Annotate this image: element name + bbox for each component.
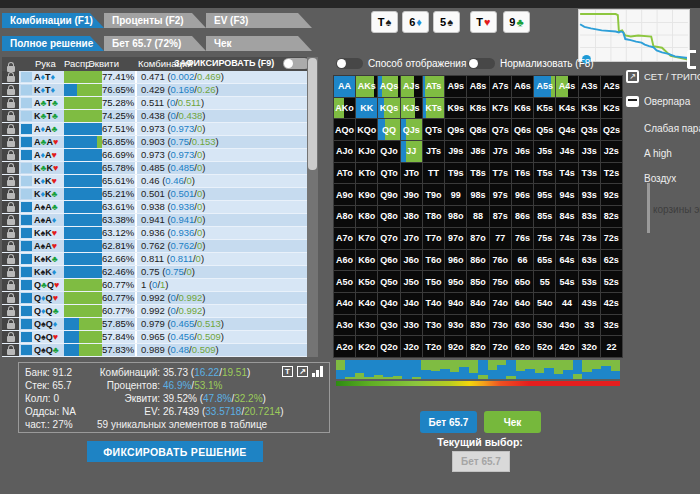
matrix-cell-JTo[interactable]: JTo — [401, 163, 422, 184]
tab-комбинации-f1-[interactable]: Комбинации (F1) — [2, 13, 104, 28]
matrix-cell-T6o[interactable]: T6o — [423, 250, 444, 271]
table-scrollbar[interactable] — [307, 57, 318, 357]
matrix-cell-84s[interactable]: 84s — [556, 206, 577, 227]
matrix-cell-64s[interactable]: 64s — [556, 250, 577, 271]
board-card-5♠[interactable]: 5♠ — [433, 11, 460, 33]
matrix-cell-75s[interactable]: 75s — [534, 228, 555, 249]
matrix-cell-A7o[interactable]: A7o — [334, 228, 355, 249]
matrix-cell-86s[interactable]: 86s — [512, 206, 533, 227]
matrix-cell-55[interactable]: 55 — [534, 271, 555, 292]
legend-item-сет-трипс[interactable]: ↗СЕТ / ТРИПС — [626, 70, 700, 83]
matrix-cell-T8o[interactable]: T8o — [423, 206, 444, 227]
table-row[interactable]: A♠A♥62.81%0.762 (0.762/0) — [2, 240, 307, 253]
matrix-cell-54o[interactable]: 54o — [534, 293, 555, 314]
matrix-cell-97s[interactable]: 97s — [490, 184, 511, 205]
matrix-cell-42s[interactable]: 42s — [601, 293, 622, 314]
matrix-cell-54s[interactable]: 54s — [556, 271, 577, 292]
matrix-cell-86o[interactable]: 86o — [467, 250, 488, 271]
matrix-cell-T5s[interactable]: T5s — [534, 163, 555, 184]
matrix-cell-T2s[interactable]: T2s — [601, 163, 622, 184]
matrix-cell-KQs[interactable]: KQs — [378, 98, 399, 119]
table-row[interactable]: K♣T♣74.25%0.438 (0/0.438) — [2, 110, 307, 123]
matrix-cell-83o[interactable]: 83o — [467, 315, 488, 336]
matrix-cell-J2s[interactable]: J2s — [601, 141, 622, 162]
matrix-cell-62o[interactable]: 62o — [512, 336, 533, 357]
matrix-cell-J6o[interactable]: J6o — [401, 250, 422, 271]
matrix-cell-AJs[interactable]: AJs — [401, 76, 422, 97]
matrix-cell-Q7o[interactable]: Q7o — [378, 228, 399, 249]
matrix-cell-99[interactable]: 99 — [445, 184, 466, 205]
matrix-cell-93o[interactable]: 93o — [445, 315, 466, 336]
tab-проценты-f2-[interactable]: Проценты (F2) — [104, 13, 206, 28]
matrix-cell-43o[interactable]: 43o — [556, 315, 577, 336]
matrix-cell-QJs[interactable]: QJs — [401, 119, 422, 140]
matrix-cell-A6o[interactable]: A6o — [334, 250, 355, 271]
board-card-T♥[interactable]: T♥ — [470, 11, 497, 33]
matrix-cell-A8s[interactable]: A8s — [467, 76, 488, 97]
matrix-cell-T6s[interactable]: T6s — [512, 163, 533, 184]
matrix-cell-65o[interactable]: 65o — [512, 271, 533, 292]
matrix-cell-A2o[interactable]: A2o — [334, 336, 355, 357]
matrix-cell-T3o[interactable]: T3o — [423, 315, 444, 336]
matrix-cell-T8s[interactable]: T8s — [467, 163, 488, 184]
table-row[interactable]: A♣A♥66.85%0.903 (0.75/0.153) — [2, 136, 307, 149]
matrix-cell-KJs[interactable]: KJs — [401, 98, 422, 119]
table-row[interactable]: Q♦Q♣60.77%0.992 (0/0.992) — [2, 305, 307, 318]
display-mode-toggle[interactable] — [336, 58, 363, 69]
matrix-cell-K6o[interactable]: K6o — [356, 250, 377, 271]
matrix-cell-KTs[interactable]: KTs — [423, 98, 444, 119]
matrix-cell-QTs[interactable]: QTs — [423, 119, 444, 140]
matrix-cell-93s[interactable]: 93s — [579, 184, 600, 205]
matrix-cell-Q5o[interactable]: Q5o — [378, 271, 399, 292]
matrix-cell-63o[interactable]: 63o — [512, 315, 533, 336]
matrix-cell-T2o[interactable]: T2o — [423, 336, 444, 357]
matrix-cell-72o[interactable]: 72o — [490, 336, 511, 357]
matrix-cell-Q2o[interactable]: Q2o — [378, 336, 399, 357]
matrix-cell-QTo[interactable]: QTo — [378, 163, 399, 184]
matrix-cell-TT[interactable]: TT — [423, 163, 444, 184]
table-row[interactable]: A♦A♥66.69%0.973 (0.973/0) — [2, 149, 307, 162]
matrix-cell-K8o[interactable]: K8o — [356, 206, 377, 227]
matrix-cell-85s[interactable]: 85s — [534, 206, 555, 227]
matrix-cell-Q5s[interactable]: Q5s — [534, 119, 555, 140]
matrix-cell-QJo[interactable]: QJo — [378, 141, 399, 162]
matrix-cell-A3o[interactable]: A3o — [334, 315, 355, 336]
matrix-cell-ATs[interactable]: ATs — [423, 76, 444, 97]
legend-scrollbar[interactable] — [647, 183, 650, 233]
matrix-cell-65s[interactable]: 65s — [534, 250, 555, 271]
matrix-cell-K7s[interactable]: K7s — [490, 98, 511, 119]
table-row[interactable]: A♣T♣75.28%0.511 (0/0.511) — [2, 97, 307, 110]
tab-бет-65-7-72-[interactable]: Бет 65.7 (72%) — [104, 36, 206, 51]
matrix-cell-Q3s[interactable]: Q3s — [579, 119, 600, 140]
table-row[interactable]: A♦T♦77.41%0.471 (0.002/0.469) — [2, 71, 307, 84]
matrix-cell-T3s[interactable]: T3s — [579, 163, 600, 184]
matrix-cell-ATo[interactable]: ATo — [334, 163, 355, 184]
board-card-9♣[interactable]: 9♣ — [503, 11, 530, 33]
matrix-cell-AQo[interactable]: AQo — [334, 119, 355, 140]
matrix-cell-87o[interactable]: 87o — [467, 228, 488, 249]
matrix-cell-Q4s[interactable]: Q4s — [556, 119, 577, 140]
matrix-cell-94s[interactable]: 94s — [556, 184, 577, 205]
fix-solution-button[interactable]: ФИКСИРОВАТЬ РЕШЕНИЕ — [87, 441, 263, 462]
matrix-cell-KQo[interactable]: KQo — [356, 119, 377, 140]
matrix-cell-85o[interactable]: 85o — [467, 271, 488, 292]
matrix-cell-62s[interactable]: 62s — [601, 250, 622, 271]
matrix-cell-J7s[interactable]: J7s — [490, 141, 511, 162]
matrix-cell-K9s[interactable]: K9s — [445, 98, 466, 119]
matrix-cell-KTo[interactable]: KTo — [356, 163, 377, 184]
table-row[interactable]: A♠A♣63.61%0.938 (0.938/0) — [2, 201, 307, 214]
matrix-cell-76s[interactable]: 76s — [512, 228, 533, 249]
matrix-cell-J7o[interactable]: J7o — [401, 228, 422, 249]
table-row[interactable]: Q♠Q♦57.85%0.979 (0.465/0.513) — [2, 318, 307, 331]
matrix-cell-K9o[interactable]: K9o — [356, 184, 377, 205]
table-row[interactable]: Q♦Q♥60.77%0.992 (0/0.992) — [2, 292, 307, 305]
matrix-cell-44[interactable]: 44 — [556, 293, 577, 314]
matrix-cell-J6s[interactable]: J6s — [512, 141, 533, 162]
matrix-cell-97o[interactable]: 97o — [445, 228, 466, 249]
tab-чек[interactable]: Чек — [206, 36, 312, 51]
matrix-cell-T7o[interactable]: T7o — [423, 228, 444, 249]
matrix-cell-73s[interactable]: 73s — [579, 228, 600, 249]
matrix-cell-96o[interactable]: 96o — [445, 250, 466, 271]
matrix-cell-66[interactable]: 66 — [512, 250, 533, 271]
bet-button[interactable]: Бет 65.7 — [420, 411, 477, 433]
